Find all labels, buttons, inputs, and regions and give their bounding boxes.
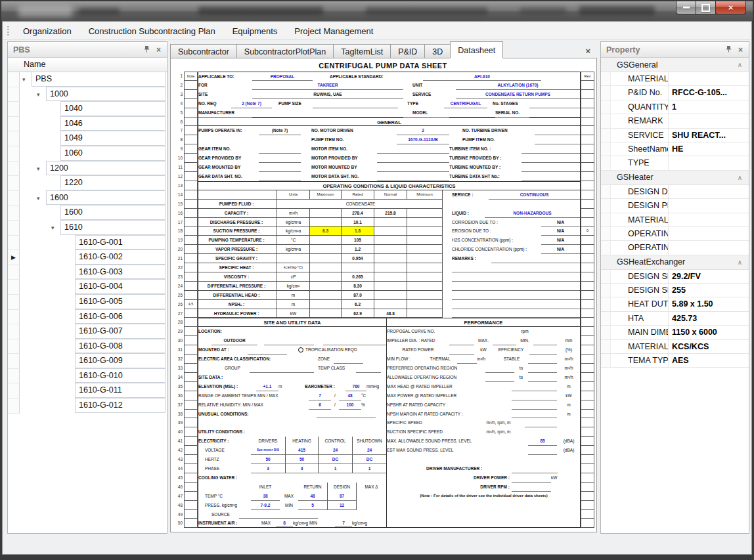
menu-item-organization[interactable]: Organization xyxy=(14,23,80,39)
tree-node-label[interactable]: 1610-G-011 xyxy=(75,383,166,398)
tree-node-label[interactable]: 1600 xyxy=(46,190,166,205)
property-row[interactable]: DESIGN SH255 xyxy=(601,284,749,297)
tree-row-1610-g-003[interactable]: 1610-G-003 xyxy=(8,265,167,280)
tree-node-label[interactable]: 1000 xyxy=(46,87,166,102)
menu-item-equipments[interactable]: Equipments xyxy=(224,23,286,39)
property-row[interactable]: TEMA TYPAES xyxy=(601,354,749,368)
tree-node-label[interactable]: 1610-G-001 xyxy=(75,235,166,250)
property-group-gsgeneral[interactable]: GSGeneral∧ xyxy=(601,58,749,72)
tree-node-label[interactable]: 1060 xyxy=(60,146,166,161)
property-group-gsheatexchanger[interactable]: GSHeatExchanger∧ xyxy=(601,255,749,270)
property-row[interactable]: DESIGN DU xyxy=(601,185,749,199)
property-row[interactable]: QUANTITY1 xyxy=(601,100,749,114)
menu-item-project-management[interactable]: Project Management xyxy=(286,23,382,39)
tree-row-1610-g-004[interactable]: 1610-G-004 xyxy=(8,280,167,295)
tree-node-label[interactable]: 1610-G-006 xyxy=(75,309,166,324)
tree-node-label[interactable]: 1200 xyxy=(46,161,166,176)
property-row[interactable]: MAIN DIME1150 x 6000 xyxy=(601,326,749,339)
tree-node-label[interactable]: 1040 xyxy=(60,101,166,116)
property-row[interactable]: MATERIALKCS/KCS xyxy=(601,340,749,354)
tree-row-1610-g-006[interactable]: 1610-G-006 xyxy=(8,310,167,325)
tree-node-label[interactable]: 1610-G-010 xyxy=(75,368,166,383)
tree-node-label[interactable]: 1046 xyxy=(60,116,166,131)
tree-column-header[interactable]: Name xyxy=(8,58,167,72)
tree-expand-icon[interactable]: ▾ xyxy=(37,162,40,176)
tab-subcontractorplotplan[interactable]: SubcontractorPlotPlan xyxy=(236,44,334,58)
property-row[interactable]: SERVICESHU REACT... xyxy=(601,129,749,142)
tree-row-1600[interactable]: ▾1600 xyxy=(8,191,167,206)
close-button[interactable]: × xyxy=(715,1,746,14)
property-row[interactable]: MATERIAL xyxy=(601,72,749,86)
tree-node-label[interactable]: 1610-G-007 xyxy=(75,324,166,339)
tab-subcontractor[interactable]: Subcontractor xyxy=(170,44,237,58)
tree-row-1610-g-009[interactable]: 1610-G-009 xyxy=(8,354,167,369)
property-group-gsheater[interactable]: GSHeater∧ xyxy=(601,171,749,185)
tree-row-1060[interactable]: 1060 xyxy=(8,146,167,162)
tree-node-label[interactable]: 1610-G-009 xyxy=(75,353,166,368)
tab-datasheet[interactable]: Datasheet xyxy=(450,41,503,58)
tab-3d[interactable]: 3D xyxy=(424,44,451,58)
property-row[interactable]: SheetNameHE xyxy=(601,142,749,156)
property-row[interactable]: HTA425.73 xyxy=(601,312,749,326)
minimize-button[interactable] xyxy=(676,1,696,14)
tree-node-label[interactable]: 1610-G-002 xyxy=(75,249,166,265)
tree-expand-icon[interactable]: ▾ xyxy=(22,72,26,87)
pbs-close-icon[interactable]: × xyxy=(156,46,161,54)
tree-row-1040[interactable]: 1040 xyxy=(8,102,167,117)
property-row[interactable]: OPERATIN xyxy=(601,241,749,255)
tree-node-label[interactable]: 1610-G-004 xyxy=(75,279,166,294)
tree-row-1610-g-010[interactable]: 1610-G-010 xyxy=(8,369,167,384)
tree-row-1600[interactable]: 1600 xyxy=(8,205,167,221)
property-row[interactable]: MATERIAL xyxy=(601,213,749,227)
tree-row-1220[interactable]: 1220 xyxy=(8,176,167,191)
collapse-icon[interactable]: ∧ xyxy=(738,259,749,266)
tab-tagitemlist[interactable]: TagItemList xyxy=(333,44,391,58)
ds-cell: 3 xyxy=(251,464,285,473)
property-row[interactable]: HEAT DUT5.89 x 1.50 xyxy=(601,297,749,311)
tree-node-label[interactable]: 1220 xyxy=(60,175,166,190)
tree-node-label[interactable]: 1610-G-005 xyxy=(75,294,166,309)
collapse-icon[interactable]: ∧ xyxy=(738,61,749,68)
tree-row-1610-g-001[interactable]: 1610-G-001 xyxy=(8,236,167,251)
property-row[interactable]: OPERATIN xyxy=(601,227,749,241)
tree-row-pbs[interactable]: ▾PBS xyxy=(8,72,167,87)
property-row[interactable]: REMARK xyxy=(601,114,749,128)
menu-item-construction-subcontracting-plan[interactable]: Construction Subcontracting Plan xyxy=(80,23,224,39)
tree-row-1200[interactable]: ▾1200 xyxy=(8,162,167,177)
tropicalisation-radio[interactable] xyxy=(298,347,303,353)
pin-icon[interactable] xyxy=(143,45,150,54)
tree-row-1610-g-007[interactable]: 1610-G-007 xyxy=(8,324,167,339)
maximize-button[interactable] xyxy=(696,1,716,14)
tree-row-1610-g-012[interactable]: 1610-G-012 xyxy=(8,398,167,414)
tab-close-icon[interactable]: × xyxy=(585,46,597,58)
tree-expand-icon[interactable]: ▾ xyxy=(37,87,40,102)
menu-grip-icon[interactable] xyxy=(7,26,9,36)
tree-row-1610-g-008[interactable]: 1610-G-008 xyxy=(8,339,167,355)
tree-node-label[interactable]: 1610-G-008 xyxy=(75,339,166,354)
property-close-icon[interactable]: × xyxy=(738,46,743,54)
tree-row-1610[interactable]: ▾1610 xyxy=(8,221,167,236)
tree-node-label[interactable]: 1600 xyxy=(60,205,166,220)
ds-row-number: 29 xyxy=(174,327,184,336)
property-row[interactable]: P&ID No.RFCC-G-105... xyxy=(601,86,749,100)
tree-row-1610-g-005[interactable]: 1610-G-005 xyxy=(8,295,167,310)
tree-node-label[interactable]: 1049 xyxy=(60,131,166,146)
property-row[interactable]: DESIGN SH29.2/FV xyxy=(601,270,749,284)
window-titlebar[interactable]: × xyxy=(1,1,753,22)
tree-expand-icon[interactable]: ▾ xyxy=(51,221,55,235)
property-row[interactable]: DESIGN PR xyxy=(601,199,749,213)
tree-node-label[interactable]: 1610-G-003 xyxy=(75,265,166,280)
tab-p-id[interactable]: P&ID xyxy=(390,44,425,58)
tree-row-1049[interactable]: 1049 xyxy=(8,131,167,146)
property-row[interactable]: TYPE xyxy=(601,156,749,170)
collapse-icon[interactable]: ∧ xyxy=(738,174,749,181)
pin-icon[interactable] xyxy=(725,45,732,54)
tree-node-label[interactable]: 1610-G-012 xyxy=(75,398,166,413)
tree-row-1610-g-011[interactable]: 1610-G-011 xyxy=(8,383,167,398)
tree-node-label[interactable]: PBS xyxy=(32,72,166,87)
tree-node-label[interactable]: 1610 xyxy=(60,220,166,235)
tree-row-1610-g-002[interactable]: ▶1610-G-002 xyxy=(8,250,167,265)
tree-expand-icon[interactable]: ▾ xyxy=(37,191,40,205)
tree-row-1046[interactable]: 1046 xyxy=(8,117,167,132)
tree-row-1000[interactable]: ▾1000 xyxy=(8,87,167,102)
